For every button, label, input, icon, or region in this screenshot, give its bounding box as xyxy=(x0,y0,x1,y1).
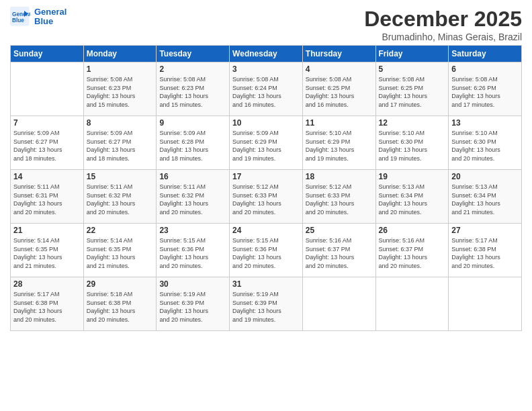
day-info: Sunrise: 5:12 AM Sunset: 6:33 PM Dayligh… xyxy=(232,183,300,216)
calendar-cell xyxy=(302,277,375,331)
day-info: Sunrise: 5:17 AM Sunset: 6:38 PM Dayligh… xyxy=(13,290,81,324)
calendar-cell: 30Sunrise: 5:19 AM Sunset: 6:39 PM Dayli… xyxy=(157,277,230,331)
calendar-week-0: 1Sunrise: 5:08 AM Sunset: 6:23 PM Daylig… xyxy=(11,62,522,116)
calendar-cell: 24Sunrise: 5:15 AM Sunset: 6:36 PM Dayli… xyxy=(230,224,303,277)
day-info: Sunrise: 5:15 AM Sunset: 6:36 PM Dayligh… xyxy=(159,236,226,270)
calendar-cell: 12Sunrise: 5:10 AM Sunset: 6:30 PM Dayli… xyxy=(375,116,449,170)
day-info: Sunrise: 5:08 AM Sunset: 6:25 PM Dayligh… xyxy=(306,75,373,109)
day-info: Sunrise: 5:19 AM Sunset: 6:39 PM Dayligh… xyxy=(232,290,300,324)
day-info: Sunrise: 5:09 AM Sunset: 6:27 PM Dayligh… xyxy=(87,129,154,163)
calendar-cell: 2Sunrise: 5:08 AM Sunset: 6:23 PM Daylig… xyxy=(157,62,230,116)
location: Brumadinho, Minas Gerais, Brazil xyxy=(364,32,522,42)
calendar-cell: 14Sunrise: 5:11 AM Sunset: 6:31 PM Dayli… xyxy=(11,170,84,224)
calendar-cell: 20Sunrise: 5:13 AM Sunset: 6:34 PM Dayli… xyxy=(449,170,522,224)
calendar-cell: 23Sunrise: 5:15 AM Sunset: 6:36 PM Dayli… xyxy=(157,224,230,277)
calendar-cell: 7Sunrise: 5:09 AM Sunset: 6:27 PM Daylig… xyxy=(11,116,84,170)
day-info: Sunrise: 5:11 AM Sunset: 6:31 PM Dayligh… xyxy=(13,183,81,216)
title-block: December 2025 Brumadinho, Minas Gerais, … xyxy=(364,7,522,42)
calendar-cell: 5Sunrise: 5:08 AM Sunset: 6:25 PM Daylig… xyxy=(375,62,449,116)
calendar-cell: 18Sunrise: 5:12 AM Sunset: 6:33 PM Dayli… xyxy=(302,170,375,224)
day-number: 17 xyxy=(232,172,300,181)
day-number: 4 xyxy=(306,64,373,74)
day-info: Sunrise: 5:10 AM Sunset: 6:29 PM Dayligh… xyxy=(306,129,373,163)
day-number: 23 xyxy=(159,226,226,235)
day-number: 6 xyxy=(451,64,519,74)
calendar-cell: 15Sunrise: 5:11 AM Sunset: 6:32 PM Dayli… xyxy=(83,170,157,224)
day-info: Sunrise: 5:13 AM Sunset: 6:34 PM Dayligh… xyxy=(379,183,446,216)
calendar-cell: 8Sunrise: 5:09 AM Sunset: 6:27 PM Daylig… xyxy=(83,116,157,170)
day-number: 30 xyxy=(159,279,226,289)
day-info: Sunrise: 5:11 AM Sunset: 6:32 PM Dayligh… xyxy=(159,183,226,216)
day-header-tuesday: Tuesday xyxy=(157,46,230,62)
day-number: 10 xyxy=(232,118,300,128)
calendar-cell: 3Sunrise: 5:08 AM Sunset: 6:24 PM Daylig… xyxy=(230,62,303,116)
calendar-cell: 22Sunrise: 5:14 AM Sunset: 6:35 PM Dayli… xyxy=(83,224,157,277)
day-number: 20 xyxy=(451,172,519,181)
day-number: 25 xyxy=(306,226,373,235)
calendar-cell: 27Sunrise: 5:17 AM Sunset: 6:38 PM Dayli… xyxy=(449,224,522,277)
day-info: Sunrise: 5:09 AM Sunset: 6:29 PM Dayligh… xyxy=(232,129,300,163)
day-number: 12 xyxy=(379,118,446,128)
day-number: 29 xyxy=(87,279,154,289)
calendar-week-4: 28Sunrise: 5:17 AM Sunset: 6:38 PM Dayli… xyxy=(11,277,522,331)
day-info: Sunrise: 5:08 AM Sunset: 6:23 PM Dayligh… xyxy=(159,75,226,109)
day-info: Sunrise: 5:16 AM Sunset: 6:37 PM Dayligh… xyxy=(379,236,446,270)
svg-text:Blue: Blue xyxy=(12,17,24,24)
day-info: Sunrise: 5:15 AM Sunset: 6:36 PM Dayligh… xyxy=(232,236,300,270)
day-info: Sunrise: 5:08 AM Sunset: 6:23 PM Dayligh… xyxy=(87,75,154,109)
day-number: 16 xyxy=(159,172,226,181)
day-info: Sunrise: 5:08 AM Sunset: 6:24 PM Dayligh… xyxy=(232,75,300,109)
calendar-cell: 11Sunrise: 5:10 AM Sunset: 6:29 PM Dayli… xyxy=(302,116,375,170)
calendar-cell: 4Sunrise: 5:08 AM Sunset: 6:25 PM Daylig… xyxy=(302,62,375,116)
calendar-cell: 25Sunrise: 5:16 AM Sunset: 6:37 PM Dayli… xyxy=(302,224,375,277)
calendar-cell xyxy=(375,277,449,331)
month-title: December 2025 xyxy=(364,7,522,32)
day-number: 9 xyxy=(159,118,226,128)
day-info: Sunrise: 5:19 AM Sunset: 6:39 PM Dayligh… xyxy=(159,290,226,324)
day-info: Sunrise: 5:14 AM Sunset: 6:35 PM Dayligh… xyxy=(13,236,81,270)
calendar-cell xyxy=(449,277,522,331)
calendar-cell xyxy=(11,62,84,116)
day-number: 24 xyxy=(232,226,300,235)
day-info: Sunrise: 5:10 AM Sunset: 6:30 PM Dayligh… xyxy=(451,129,519,163)
day-info: Sunrise: 5:13 AM Sunset: 6:34 PM Dayligh… xyxy=(451,183,519,216)
day-number: 13 xyxy=(451,118,519,128)
calendar-cell: 16Sunrise: 5:11 AM Sunset: 6:32 PM Dayli… xyxy=(157,170,230,224)
logo-line1: General xyxy=(34,7,66,17)
calendar-header: SundayMondayTuesdayWednesdayThursdayFrid… xyxy=(11,46,522,62)
day-header-thursday: Thursday xyxy=(302,46,375,62)
day-info: Sunrise: 5:14 AM Sunset: 6:35 PM Dayligh… xyxy=(87,236,154,270)
day-number: 5 xyxy=(379,64,446,74)
day-number: 15 xyxy=(87,172,154,181)
calendar-cell: 28Sunrise: 5:17 AM Sunset: 6:38 PM Dayli… xyxy=(11,277,84,331)
day-number: 3 xyxy=(232,64,300,74)
day-number: 8 xyxy=(87,118,154,128)
day-info: Sunrise: 5:11 AM Sunset: 6:32 PM Dayligh… xyxy=(87,183,154,216)
day-header-friday: Friday xyxy=(375,46,449,62)
calendar-cell: 17Sunrise: 5:12 AM Sunset: 6:33 PM Dayli… xyxy=(230,170,303,224)
day-header-wednesday: Wednesday xyxy=(230,46,303,62)
calendar-cell: 10Sunrise: 5:09 AM Sunset: 6:29 PM Dayli… xyxy=(230,116,303,170)
calendar-body: 1Sunrise: 5:08 AM Sunset: 6:23 PM Daylig… xyxy=(11,62,522,331)
day-info: Sunrise: 5:18 AM Sunset: 6:38 PM Dayligh… xyxy=(87,290,154,324)
logo: General Blue General Blue xyxy=(10,7,66,27)
day-number: 27 xyxy=(451,226,519,235)
day-number: 2 xyxy=(159,64,226,74)
day-header-saturday: Saturday xyxy=(449,46,522,62)
calendar-week-2: 14Sunrise: 5:11 AM Sunset: 6:31 PM Dayli… xyxy=(11,170,522,224)
day-info: Sunrise: 5:16 AM Sunset: 6:37 PM Dayligh… xyxy=(306,236,373,270)
logo-line2: Blue xyxy=(34,17,66,26)
calendar-week-1: 7Sunrise: 5:09 AM Sunset: 6:27 PM Daylig… xyxy=(11,116,522,170)
calendar-cell: 9Sunrise: 5:09 AM Sunset: 6:28 PM Daylig… xyxy=(157,116,230,170)
day-info: Sunrise: 5:08 AM Sunset: 6:26 PM Dayligh… xyxy=(451,75,519,109)
day-number: 31 xyxy=(232,279,300,289)
calendar-cell: 19Sunrise: 5:13 AM Sunset: 6:34 PM Dayli… xyxy=(375,170,449,224)
day-number: 14 xyxy=(13,172,81,181)
day-header-monday: Monday xyxy=(83,46,157,62)
calendar-cell: 6Sunrise: 5:08 AM Sunset: 6:26 PM Daylig… xyxy=(449,62,522,116)
day-info: Sunrise: 5:12 AM Sunset: 6:33 PM Dayligh… xyxy=(306,183,373,216)
calendar-table: SundayMondayTuesdayWednesdayThursdayFrid… xyxy=(10,45,522,331)
calendar-cell: 1Sunrise: 5:08 AM Sunset: 6:23 PM Daylig… xyxy=(83,62,157,116)
calendar-week-3: 21Sunrise: 5:14 AM Sunset: 6:35 PM Dayli… xyxy=(11,224,522,277)
day-info: Sunrise: 5:17 AM Sunset: 6:38 PM Dayligh… xyxy=(451,236,519,270)
